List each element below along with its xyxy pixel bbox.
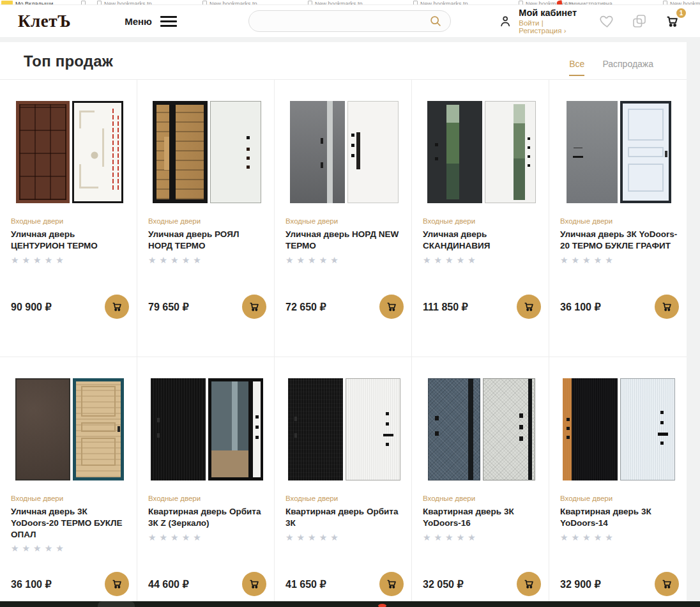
login-register-link[interactable]: Войти | Регистрация xyxy=(519,19,561,35)
chevron-right-icon: › xyxy=(564,27,567,35)
checkbox-favicon-icon xyxy=(663,1,667,5)
account-block[interactable]: Мой кабинет Войти | Регистрация › xyxy=(498,8,582,35)
section-tabs: Все Распродажа xyxy=(569,59,653,76)
checkbox-favicon-icon xyxy=(97,1,102,5)
cart-badge: 1 xyxy=(676,8,686,18)
cart-icon xyxy=(110,577,124,591)
bookmark-item[interactable]: New bookmarks.tp xyxy=(413,1,468,5)
bookmark-item[interactable]: New bookmarks.tp xyxy=(97,1,152,5)
cart-icon xyxy=(522,577,536,591)
product-rating: ★★★★★ xyxy=(560,255,678,265)
door-image-right xyxy=(347,101,399,203)
bookmark-item[interactable]: New bookmarks.tp xyxy=(202,1,257,5)
product-rating: ★★★★★ xyxy=(148,255,265,265)
product-title[interactable]: Уличная дверь 3К YoDoors-20 ТЕРМО БУКЛЕ … xyxy=(11,506,128,540)
add-to-cart-button[interactable] xyxy=(105,572,129,596)
product-category: Входные двери xyxy=(148,495,265,502)
product-grid: Входные двери Уличная дверь ЦЕНТУРИОН ТЕ… xyxy=(0,80,687,607)
product-image[interactable] xyxy=(148,370,265,489)
add-to-cart-button[interactable] xyxy=(655,572,679,596)
product-category: Входные двери xyxy=(285,217,402,225)
product-title[interactable]: Уличная дверь ЦЕНТУРИОН ТЕРМО xyxy=(11,229,128,252)
header-divider-band xyxy=(0,37,700,42)
product-image[interactable] xyxy=(560,370,678,489)
product-image[interactable] xyxy=(560,93,678,211)
door-image-right xyxy=(72,101,123,203)
product-card: Входные двери Уличная дверь РОЯЛ НОРД ТЕ… xyxy=(137,80,275,357)
product-card: Входные двери Квартирная дверь Орбита 3К… xyxy=(137,357,275,607)
footer-strip xyxy=(0,601,700,607)
product-image[interactable] xyxy=(285,93,402,211)
door-image-right xyxy=(485,101,536,203)
cart-icon xyxy=(110,300,124,314)
product-image[interactable] xyxy=(423,93,540,211)
bookmark-item[interactable] xyxy=(81,1,88,5)
compare-button[interactable] xyxy=(632,13,647,29)
product-rating: ★★★★★ xyxy=(148,532,265,542)
door-image-left xyxy=(288,378,343,480)
product-card: Входные двери Уличная дверь ЦЕНТУРИОН ТЕ… xyxy=(0,80,137,357)
search-bar xyxy=(248,10,451,32)
product-title[interactable]: Квартирная дверь Орбита 3К xyxy=(285,506,402,529)
menu-label: Меню xyxy=(125,16,152,27)
product-price: 36 100 ₽ xyxy=(11,578,52,590)
product-card: Входные двери Квартирная дверь 3К YoDoor… xyxy=(412,357,549,607)
bookmark-item[interactable]: Мо Вкладыши xyxy=(1,1,53,5)
door-image-left xyxy=(427,101,482,203)
door-image-left xyxy=(153,101,208,203)
add-to-cart-button[interactable] xyxy=(242,295,266,319)
favorites-button[interactable] xyxy=(599,13,615,29)
product-rating: ★★★★★ xyxy=(285,255,402,265)
product-category: Входные двери xyxy=(11,495,128,502)
account-title: Мой кабинет xyxy=(519,8,582,18)
add-to-cart-button[interactable] xyxy=(379,572,404,596)
product-title[interactable]: Уличная дверь СКАНДИНАВИЯ xyxy=(423,229,540,252)
checkbox-favicon-icon xyxy=(81,1,86,5)
menu-button[interactable]: Меню xyxy=(125,16,177,27)
tab-all[interactable]: Все xyxy=(569,59,584,76)
product-title[interactable]: Квартирная дверь 3К YoDoors-14 xyxy=(560,506,678,529)
door-image-left xyxy=(428,378,480,480)
site-logo[interactable]: КлетЪ xyxy=(18,12,71,31)
add-to-cart-button[interactable] xyxy=(105,295,129,319)
product-title[interactable]: Уличная дверь 3К YoDoors-20 ТЕРМО БУКЛЕ … xyxy=(560,229,678,252)
door-image-right xyxy=(208,378,263,480)
door-image-left xyxy=(563,378,618,480)
notification-dot xyxy=(378,604,386,607)
section-title: Топ продаж xyxy=(24,52,113,70)
product-title[interactable]: Уличная дверь НОРД NEW ТЕРМО xyxy=(285,229,402,252)
product-category: Входные двери xyxy=(148,217,265,225)
cart-button[interactable]: 1 xyxy=(664,13,681,30)
door-image-left xyxy=(151,378,206,480)
add-to-cart-button[interactable] xyxy=(517,572,541,596)
add-to-cart-button[interactable] xyxy=(242,572,266,596)
door-image-left xyxy=(15,378,70,480)
product-image[interactable] xyxy=(148,93,265,211)
bookmark-item[interactable]: New bookmarks.tp xyxy=(308,1,363,5)
product-image[interactable] xyxy=(285,370,402,489)
add-to-cart-button[interactable] xyxy=(379,295,404,319)
product-image[interactable] xyxy=(11,370,128,489)
product-title[interactable]: Квартирная дверь 3К YoDoors-16 xyxy=(423,506,540,529)
folder-icon xyxy=(1,1,13,5)
bookmark-item[interactable]: New bookma xyxy=(663,1,700,5)
add-to-cart-button[interactable] xyxy=(655,295,679,319)
product-price: 36 100 ₽ xyxy=(560,301,601,313)
product-image[interactable] xyxy=(423,370,540,489)
product-card: Входные двери Квартирная дверь 3К YoDoor… xyxy=(549,357,687,607)
add-to-cart-button[interactable] xyxy=(517,295,541,319)
tab-sale[interactable]: Распродажа xyxy=(602,59,653,76)
product-rating: ★★★★★ xyxy=(560,532,678,542)
search-button[interactable] xyxy=(429,14,443,28)
product-rating: ★★★★★ xyxy=(11,543,128,553)
product-title[interactable]: Уличная дверь РОЯЛ НОРД ТЕРМО xyxy=(148,229,265,252)
top-sales-section: Топ продаж Все Распродажа Входные двери … xyxy=(0,42,687,607)
checkbox-favicon-icon xyxy=(202,1,207,5)
search-icon xyxy=(429,14,443,28)
product-title[interactable]: Квартирная дверь Орбита 3К Z (Зеркало) xyxy=(148,506,265,529)
cart-icon xyxy=(247,300,261,314)
search-input[interactable] xyxy=(259,16,429,27)
bookmark-item[interactable]: Административна xyxy=(557,1,612,5)
product-image[interactable] xyxy=(11,93,128,211)
user-icon xyxy=(498,13,512,29)
